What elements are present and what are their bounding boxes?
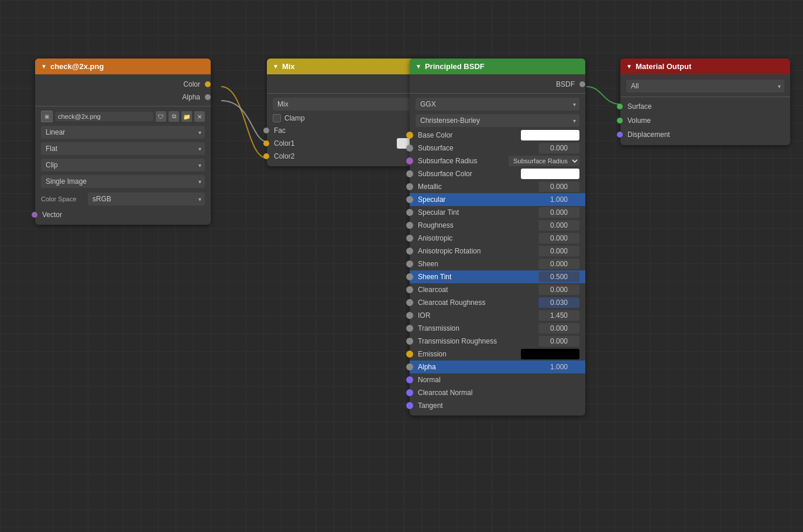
bsdf-label-8: Anisotropic (413, 234, 538, 242)
bsdf-value-18[interactable]: 1.000 (538, 362, 579, 372)
bsdf-socket-9[interactable] (406, 248, 413, 255)
bsdf-socket-20[interactable] (406, 389, 413, 396)
bsdf-label-6: Specular Tint (413, 208, 538, 217)
bsdf-socket-6[interactable] (406, 209, 413, 216)
bsdf-value-11[interactable]: 0.500 (538, 272, 579, 282)
bsdf-value-9[interactable]: 0.000 (538, 246, 579, 256)
material-output-title: Material Output (636, 62, 691, 71)
bsdf-socket-10[interactable] (406, 260, 413, 267)
material-output-displacement-socket[interactable] (617, 132, 623, 138)
mix-node-title: Mix (282, 62, 295, 71)
texture-clip-select[interactable]: Clip (41, 159, 205, 171)
bsdf-christensen-select[interactable]: Christensen-Burley (416, 114, 579, 127)
bsdf-param-row-9: Anisotropic Rotation0.000 (410, 245, 585, 258)
texture-filename[interactable]: check@2x.png (55, 112, 153, 121)
bsdf-socket-19[interactable] (406, 376, 413, 383)
bsdf-swatch-0[interactable] (521, 130, 579, 140)
bsdf-socket-16[interactable] (406, 338, 413, 345)
bsdf-label-2: Subsurface Radius (413, 157, 509, 165)
bsdf-socket-5[interactable] (406, 196, 413, 203)
texture-node-header[interactable]: ▼ check@2x.png (35, 59, 211, 74)
bsdf-socket-7[interactable] (406, 222, 413, 229)
bsdf-value-16[interactable]: 0.000 (538, 336, 579, 346)
bsdf-socket-13[interactable] (406, 299, 413, 306)
bsdf-value-7[interactable]: 0.000 (538, 220, 579, 231)
bsdf-label-7: Roughness (413, 221, 538, 229)
bsdf-socket-3[interactable] (406, 170, 413, 177)
texture-shield-icon[interactable]: 🛡 (156, 111, 166, 122)
texture-single-image-select[interactable]: Single Image (41, 175, 205, 188)
bsdf-socket-2[interactable] (406, 157, 413, 164)
bsdf-socket-15[interactable] (406, 325, 413, 332)
bsdf-collapse-arrow[interactable]: ▼ (416, 63, 421, 70)
bsdf-value-10[interactable]: 0.000 (538, 259, 579, 269)
bsdf-value-13[interactable]: 0.030 (538, 297, 579, 308)
texture-vector-label: Vector (37, 211, 205, 219)
texture-color-space-select[interactable]: sRGB (88, 193, 205, 205)
material-output-header[interactable]: ▼ Material Output (620, 59, 790, 74)
texture-close-icon[interactable]: ✕ (194, 111, 205, 122)
bsdf-label-14: IOR (413, 311, 538, 320)
material-output-surface-socket[interactable] (617, 104, 623, 109)
texture-linear-select[interactable]: Linear (41, 126, 205, 139)
texture-color-socket[interactable] (205, 81, 211, 87)
mix-clamp-label: Clamp (284, 114, 305, 122)
bsdf-socket-8[interactable] (406, 235, 413, 242)
bsdf-socket-12[interactable] (406, 286, 413, 293)
bsdf-value-8[interactable]: 0.000 (538, 233, 579, 243)
bsdf-socket-11[interactable] (406, 273, 413, 280)
texture-copy-icon[interactable]: ⧉ (169, 111, 179, 122)
mix-color1-socket[interactable] (263, 140, 269, 146)
mix-type-select[interactable]: Mix (273, 98, 431, 111)
bsdf-params-list: Base ColorSubsurface0.000Subsurface Radi… (410, 129, 585, 412)
bsdf-value-14[interactable]: 1.450 (538, 310, 579, 321)
bsdf-socket-18[interactable] (406, 363, 413, 370)
material-output-body: All ▾ Surface Volume Displacement (620, 74, 790, 145)
material-output-collapse-arrow[interactable]: ▼ (626, 63, 632, 70)
material-output-all-row: All ▾ (620, 78, 790, 94)
bsdf-dropdown-2[interactable]: Subsurface Radius (509, 156, 579, 166)
bsdf-swatch-black-17[interactable] (521, 349, 579, 359)
material-output-node: ▼ Material Output All ▾ Surface Volume (620, 59, 790, 145)
bsdf-param-row-5: Specular1.000 (410, 193, 585, 206)
bsdf-socket-21[interactable] (406, 402, 413, 409)
bsdf-ggx-select[interactable]: GGX (416, 98, 579, 111)
bsdf-socket-14[interactable] (406, 312, 413, 319)
mix-clamp-checkbox[interactable] (273, 114, 281, 122)
mix-color2-socket[interactable] (263, 153, 269, 159)
bsdf-node-header[interactable]: ▼ Principled BSDF (410, 59, 585, 74)
bsdf-socket-1[interactable] (406, 145, 413, 152)
bsdf-value-5[interactable]: 1.000 (538, 194, 579, 205)
mix-fac-socket[interactable] (263, 128, 269, 133)
bsdf-swatch-3[interactable] (521, 169, 579, 179)
mix-collapse-arrow[interactable]: ▼ (273, 63, 279, 70)
texture-vector-socket[interactable] (32, 212, 37, 218)
texture-collapse-arrow[interactable]: ▼ (41, 63, 47, 70)
bsdf-socket-0[interactable] (406, 132, 413, 139)
bsdf-value-12[interactable]: 0.000 (538, 284, 579, 295)
bsdf-label-10: Sheen (413, 260, 538, 268)
bsdf-socket-4[interactable] (406, 183, 413, 190)
material-output-volume-socket[interactable] (617, 118, 623, 123)
texture-flat-select[interactable]: Flat (41, 142, 205, 155)
bsdf-param-row-1: Subsurface0.000 (410, 142, 585, 155)
bsdf-value-4[interactable]: 0.000 (538, 181, 579, 192)
bsdf-value-6[interactable]: 0.000 (538, 207, 579, 218)
bsdf-param-row-13: Clearcoat Roughness0.030 (410, 296, 585, 309)
bsdf-socket-17[interactable] (406, 351, 413, 358)
bsdf-value-15[interactable]: 0.000 (538, 323, 579, 334)
bsdf-label-19: Normal (413, 376, 581, 384)
bsdf-param-row-15: Transmission0.000 (410, 322, 585, 335)
texture-alpha-socket[interactable] (205, 94, 211, 100)
texture-folder-icon[interactable]: 📁 (181, 111, 192, 122)
texture-image-row: ▣ check@2x.png 🛡 ⧉ 📁 ✕ (35, 109, 211, 124)
bsdf-label-0: Base Color (413, 131, 521, 139)
bsdf-label-4: Metallic (413, 183, 538, 191)
bsdf-output-socket[interactable] (579, 81, 585, 87)
texture-node-title: check@2x.png (50, 62, 104, 71)
bsdf-param-row-11: Sheen Tint0.500 (410, 270, 585, 283)
material-output-all-select[interactable]: All (626, 80, 784, 92)
bsdf-param-row-14: IOR1.450 (410, 309, 585, 322)
bsdf-value-1[interactable]: 0.000 (538, 143, 579, 153)
bsdf-label-9: Anisotropic Rotation (413, 247, 538, 255)
